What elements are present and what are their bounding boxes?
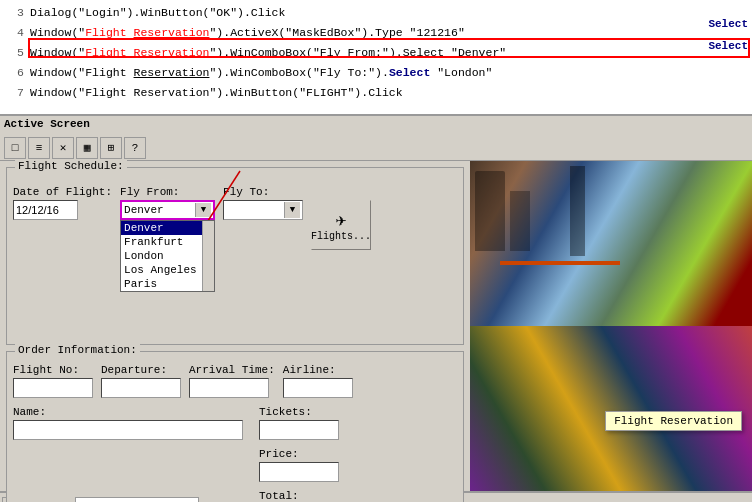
fly-from-combo-container: Denver ▼ Denver Frankfurt London Los Ang… — [120, 200, 215, 220]
building-2 — [510, 191, 530, 251]
plane-icon: ✈ — [336, 209, 347, 231]
airline-input[interactable] — [283, 378, 353, 398]
tickets-field: Tickets: — [259, 406, 339, 440]
date-field: Date of Flight: — [13, 186, 112, 220]
flight-res-tooltip: Flight Reservation — [605, 411, 742, 431]
schedule-row: Date of Flight: Fly From: Denver ▼ Denve… — [13, 186, 457, 250]
order-info-title: Order Information: — [15, 344, 140, 356]
fly-from-field: Fly From: Denver ▼ Denver Frankfurt Lond… — [120, 186, 215, 220]
airline-field: Airline: — [283, 364, 353, 398]
dropdown-item-paris[interactable]: Paris — [121, 277, 214, 291]
date-label: Date of Flight: — [13, 186, 112, 198]
code-line-3: 3 Dialog("Login").WinButton("OK").Click — [0, 2, 752, 22]
tab-active-screen[interactable]: 🖥 Active Screen — [75, 497, 199, 502]
flights-button[interactable]: ✈ Flights... — [311, 200, 371, 250]
order-row-2: Name: Tickets: — [13, 406, 457, 440]
flight-schedule-group: Flight Schedule: Date of Flight: Fly Fro… — [6, 167, 464, 345]
departure-field: Departure: — [101, 364, 181, 398]
fly-from-combobox[interactable]: Denver ▼ — [120, 200, 215, 220]
dropdown-spacer — [13, 250, 457, 340]
name-label: Name: — [13, 406, 243, 418]
toolbar-btn-4[interactable]: ▦ — [76, 137, 98, 159]
city-image: Flight Reservation — [470, 161, 752, 491]
fly-from-arrow[interactable]: ▼ — [195, 203, 211, 217]
code-editor: 3 Dialog("Login").WinButton("OK").Click … — [0, 0, 752, 115]
building-1 — [475, 171, 505, 251]
code-line-6: 6 Window("Flight Reservation").WinComboB… — [0, 62, 752, 82]
active-screen-label: Active Screen — [0, 115, 752, 135]
dropdown-item-denver[interactable]: Denver — [121, 221, 214, 235]
price-input[interactable] — [259, 462, 339, 482]
price-label: Price: — [259, 448, 339, 460]
arrival-field: Arrival Time: — [189, 364, 275, 398]
code-line-5: 5 Window("Flight Reservation").WinComboB… — [0, 42, 752, 62]
date-input[interactable] — [13, 200, 78, 220]
airline-label: Airline: — [283, 364, 353, 376]
flight-no-input[interactable] — [13, 378, 93, 398]
toolbar-btn-6[interactable]: ? — [124, 137, 146, 159]
form-panel: Flight Schedule: Date of Flight: Fly Fro… — [0, 161, 470, 491]
fly-to-field: Fly To: ▼ — [223, 186, 303, 220]
departure-label: Departure: — [101, 364, 181, 376]
fly-to-combobox[interactable]: ▼ — [223, 200, 303, 220]
dropdown-scrollbar[interactable] — [202, 221, 214, 291]
bridge-shape — [500, 261, 620, 321]
arrival-label: Arrival Time: — [189, 364, 275, 376]
arrival-input[interactable] — [189, 378, 269, 398]
dropdown-item-frankfurt[interactable]: Frankfurt — [121, 235, 214, 249]
img-bottom — [470, 326, 752, 491]
order-row-3: Price: — [13, 448, 457, 482]
total-field: Total: — [259, 490, 339, 502]
building-3 — [570, 166, 585, 256]
main-content: Flight Schedule: Date of Flight: Fly Fro… — [0, 161, 752, 491]
toolbar-btn-3[interactable]: ✕ — [52, 137, 74, 159]
tickets-label: Tickets: — [259, 406, 339, 418]
toolbar-btn-2[interactable]: ≡ — [28, 137, 50, 159]
price-field: Price: — [259, 448, 339, 482]
flight-no-field: Flight No: — [13, 364, 93, 398]
flight-schedule-title: Flight Schedule: — [15, 160, 127, 172]
code-line-4: 4 Window("Flight Reservation").ActiveX("… — [0, 22, 752, 42]
name-input[interactable] — [13, 420, 243, 440]
name-field: Name: — [13, 406, 243, 440]
dropdown-item-london[interactable]: London — [121, 249, 214, 263]
dropdown-item-los-angeles[interactable]: Los Angeles — [121, 263, 214, 277]
select-annotation-1: Select — [708, 18, 748, 30]
code-line-7: 7 Window("Flight Reservation").WinButton… — [0, 82, 752, 102]
fly-to-label: Fly To: — [223, 186, 303, 198]
toolbar: □ ≡ ✕ ▦ ⊞ ? — [0, 135, 752, 161]
select-annotation-2: Select — [708, 40, 748, 52]
tickets-input[interactable] — [259, 420, 339, 440]
toolbar-btn-1[interactable]: □ — [4, 137, 26, 159]
order-row-1: Flight No: Departure: Arrival Time: Airl… — [13, 364, 457, 398]
fly-to-arrow[interactable]: ▼ — [284, 202, 300, 218]
departure-input[interactable] — [101, 378, 181, 398]
total-label: Total: — [259, 490, 339, 502]
toolbar-btn-5[interactable]: ⊞ — [100, 137, 122, 159]
fly-from-dropdown[interactable]: Denver Frankfurt London Los Angeles Pari… — [120, 220, 215, 292]
flight-no-label: Flight No: — [13, 364, 93, 376]
image-panel: Flight Reservation — [470, 161, 752, 491]
fly-from-label: Fly From: — [120, 186, 215, 198]
order-info-group: Order Information: Flight No: Departure:… — [6, 351, 464, 502]
